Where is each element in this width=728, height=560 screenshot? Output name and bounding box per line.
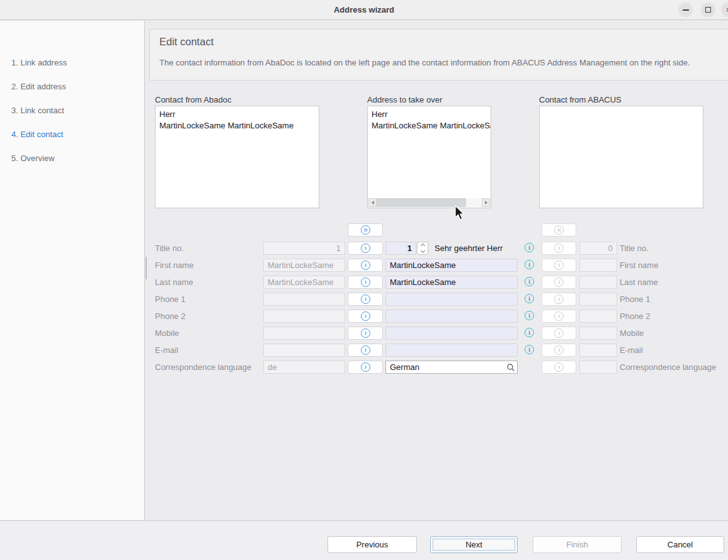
field-label-left: First name: [155, 260, 193, 270]
horizontal-scrollbar[interactable]: [368, 198, 490, 207]
spin-down-icon: [420, 249, 424, 253]
transfer-all-forward-button[interactable]: »: [348, 223, 383, 237]
sidebar-step-edit-contact[interactable]: 4. Edit contact: [11, 130, 63, 140]
last-name-input[interactable]: [385, 276, 518, 289]
address-wizard-window: Address wizard × 1. Link address 2. Edit…: [0, 0, 728, 560]
title-no-spinner[interactable]: [417, 242, 428, 255]
info-icon[interactable]: i: [525, 311, 534, 320]
field-label-right: Phone 2: [620, 311, 650, 321]
maximize-button[interactable]: [701, 3, 715, 17]
transfer-forward-button[interactable]: ›: [348, 361, 383, 374]
first-name-input[interactable]: [385, 259, 518, 272]
double-chevron-left-icon: «: [554, 225, 564, 235]
mobile-input[interactable]: [385, 327, 518, 340]
scroll-left-button[interactable]: [368, 198, 377, 207]
close-button[interactable]: ×: [721, 3, 728, 17]
chevron-left-icon: ‹: [554, 244, 564, 253]
info-icon[interactable]: i: [525, 294, 534, 303]
transfer-forward-button[interactable]: ›: [348, 242, 383, 255]
form-row-first-name: First name MartinLockeSame › i ‹ First n…: [0, 259, 728, 272]
chevron-right-icon: ›: [361, 260, 370, 270]
transfer-back-button: ‹: [542, 293, 576, 306]
info-icon[interactable]: i: [525, 260, 534, 269]
page-description: The contact information from AbaDoc is l…: [159, 57, 714, 69]
language-input[interactable]: [385, 361, 518, 374]
address-to-take-over-panel[interactable]: Herr MartinLockeSame MartinLockeSame: [367, 106, 491, 208]
abacus-first-name-field: [579, 259, 617, 272]
transfer-back-button: ‹: [542, 344, 576, 357]
cancel-button[interactable]: Cancel: [636, 536, 724, 553]
chevron-right-icon: ›: [361, 345, 370, 355]
contact-from-abadoc-panel[interactable]: Herr MartinLockeSame MartinLockeSame: [155, 106, 319, 208]
finish-button: Finish: [533, 536, 622, 553]
sidebar-step-edit-address[interactable]: 2. Edit address: [11, 82, 66, 92]
info-icon[interactable]: i: [525, 345, 534, 354]
abacus-mobile-field: [579, 327, 617, 340]
transfer-back-button: ‹: [542, 242, 576, 255]
form-row-phone-2: Phone 2 › i ‹ Phone 2: [0, 310, 728, 323]
transfer-forward-button[interactable]: ›: [348, 344, 383, 357]
minimize-icon: [683, 9, 689, 11]
chevron-right-icon: ›: [361, 311, 370, 321]
previous-button[interactable]: Previous: [327, 536, 417, 553]
transfer-forward-button[interactable]: ›: [348, 276, 383, 289]
sidebar-step-link-contact[interactable]: 3. Link contact: [11, 106, 64, 116]
scroll-right-button[interactable]: [482, 198, 490, 207]
abadoc-first-name-field: MartinLockeSame: [263, 259, 345, 272]
footer-bar: Previous Next Finish Cancel: [0, 520, 728, 560]
info-icon[interactable]: i: [525, 277, 534, 286]
search-icon[interactable]: [506, 363, 515, 372]
chevron-left-icon: ‹: [554, 260, 564, 270]
abacus-email-field: [579, 344, 617, 357]
chevron-right-icon: ›: [361, 294, 370, 304]
chevron-left-icon: ‹: [554, 294, 564, 304]
field-label-right: Phone 1: [620, 294, 650, 304]
language-lookup-field: [385, 361, 518, 374]
abadoc-last-name-field: MartinLockeSame: [263, 276, 345, 289]
scroll-right-icon: [485, 201, 487, 204]
abadoc-salutation-line: Herr: [156, 106, 319, 120]
window-title: Address wizard: [0, 5, 728, 14]
field-label-left: Mobile: [155, 328, 179, 338]
transfer-all-back-button: «: [542, 223, 576, 237]
splitter-handle: [145, 257, 147, 279]
scrollbar-thumb[interactable]: [377, 198, 466, 207]
form-row-correspondence-language: Correspondence language de › ‹ Correspon…: [0, 361, 728, 374]
abadoc-mobile-field: [263, 327, 345, 340]
transfer-all-row: » «: [0, 223, 728, 237]
info-icon[interactable]: i: [525, 328, 534, 337]
transfer-forward-button[interactable]: ›: [348, 259, 383, 272]
transfer-forward-button[interactable]: ›: [348, 327, 383, 340]
chevron-right-icon: ›: [361, 362, 370, 372]
chevron-left-icon: ‹: [554, 345, 564, 355]
spin-up-icon: [420, 244, 424, 248]
panel-title-takeover: Address to take over: [367, 95, 442, 104]
field-label-right: First name: [620, 260, 658, 270]
minimize-button[interactable]: [678, 3, 693, 17]
field-label-left: E-mail: [155, 345, 178, 355]
chevron-left-icon: ‹: [554, 362, 564, 372]
transfer-forward-button[interactable]: ›: [348, 310, 383, 323]
takeover-salutation-line: Herr: [368, 106, 491, 120]
transfer-back-button: ‹: [542, 327, 576, 340]
transfer-back-button: ‹: [542, 259, 576, 272]
page-title: Edit contact: [159, 36, 213, 48]
title-no-input[interactable]: [385, 242, 416, 255]
abadoc-phone-1-field: [263, 293, 345, 306]
info-icon[interactable]: i: [525, 243, 534, 252]
transfer-back-button: ‹: [542, 276, 576, 289]
transfer-forward-button[interactable]: ›: [348, 293, 383, 306]
chevron-right-icon: ›: [361, 244, 370, 253]
form-row-title-no: Title no. 1 › Sehr geehrter Herr i ‹ 0 T…: [0, 242, 728, 255]
chevron-right-icon: ›: [361, 328, 370, 338]
email-input[interactable]: [385, 344, 518, 357]
phone-1-input[interactable]: [385, 293, 518, 306]
sidebar-step-link-address[interactable]: 1. Link address: [11, 58, 67, 68]
contact-from-abacus-panel[interactable]: [539, 106, 703, 208]
field-label-right: Title no.: [620, 244, 649, 253]
sidebar-step-overview[interactable]: 5. Overview: [11, 154, 55, 164]
next-button[interactable]: Next: [430, 536, 518, 553]
field-label-left: Correspondence language: [155, 362, 251, 372]
abacus-language-field: [579, 361, 617, 374]
phone-2-input[interactable]: [385, 310, 518, 323]
